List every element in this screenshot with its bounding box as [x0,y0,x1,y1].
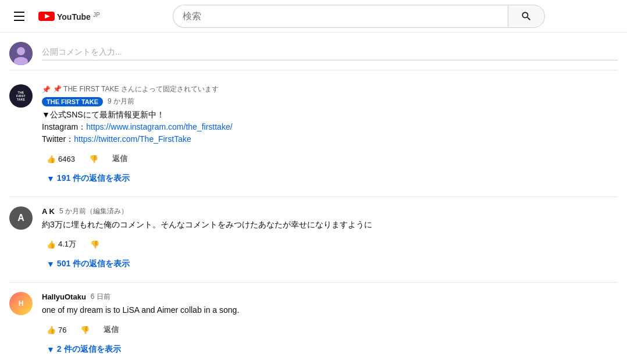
thumbs-down-icon: 👎 [89,155,98,163]
comment-line-2: Instagram：https://www.instagram.com/the_… [42,121,618,133]
comment-body-hallyu: HallyuOtaku 6 日前 one of my dream is to L… [42,292,618,358]
thumbs-up-icon: 👍 [47,155,56,163]
like-count: 6463 [58,155,75,163]
user-avatar [9,42,33,65]
header-left: YouTube JP [9,7,100,26]
comments-section: THEFiRSTTAKE 📌 📌 THE FIRST TAKE さんによって固定… [9,70,618,364]
dislike-button[interactable]: 👎 [84,151,103,167]
replies-toggle[interactable]: ▼ 191 件の返信を表示 [42,170,134,187]
svg-text:YouTube: YouTube [57,12,91,22]
hamburger-menu[interactable] [9,7,29,26]
dislike-button[interactable]: 👎 [76,322,94,338]
like-button[interactable]: 👍 76 [42,322,71,338]
comment-time: 9 か月前 [108,97,134,106]
chevron-down-icon: ▼ [47,174,55,183]
replies-label: 501 件の返信を表示 [57,259,130,269]
replies-toggle-hallyu[interactable]: ▼ 2 件の返信を表示 [42,341,126,358]
avatar-ak: A [9,206,33,230]
thumbs-down-icon: 👎 [90,240,99,249]
comment-header-ak: A K 5 か月前（編集済み） [42,206,618,216]
thumbs-up-icon: 👍 [47,240,56,249]
replies-toggle-ak[interactable]: ▼ 501 件の返信を表示 [42,255,134,273]
pinned-text: 📌 THE FIRST TAKE さんによって固定されています [53,84,219,94]
comment-time: 5 か月前（編集済み） [59,206,128,216]
comment-actions-hallyu: 👍 76 👎 返信 [42,321,618,338]
region-label: JP [93,12,100,18]
comment-body-tft: 📌 📌 THE FIRST TAKE さんによって固定されています THE FI… [42,84,618,187]
comment-text-ak: 約3万に埋もれた俺のコメント。そんなコメントをみつけたあなたが幸せになりますよう… [42,219,618,231]
comment-line-1: ▼公式SNSにて最新情報更新中！ [42,109,618,121]
pin-icon: 📌 [42,85,51,94]
reply-button[interactable]: 返信 [108,150,132,167]
like-count: 76 [58,326,66,334]
tft-logo-text: THEFiRSTTAKE [16,91,26,101]
pinned-indicator: 📌 📌 THE FIRST TAKE さんによって固定されています [42,84,618,94]
comment-row: THEFiRSTTAKE 📌 📌 THE FIRST TAKE さんによって固定… [9,75,618,197]
comment-row-ak: A A K 5 か月前（編集済み） 約3万に埋もれた俺のコメント。そんなコメント… [9,197,618,282]
twitter-link[interactable]: https://twitter.com/The_FirstTake [74,134,191,144]
replies-label: 191 件の返信を表示 [57,173,130,184]
search-bar [173,5,545,28]
like-button[interactable]: 👍 4.1万 [42,235,81,253]
avatar-tft: THEFiRSTTAKE [9,84,33,108]
comment-author: A K [42,207,55,216]
comment-header: THE FIRST TAKE 9 か月前 [42,97,618,106]
comment-actions: 👍 6463 👎 返信 [42,150,618,167]
comment-row-hallyu: H HallyuOtaku 6 日前 one of my dream is to… [9,283,618,364]
comment-time: 6 日前 [91,292,111,302]
channel-badge: THE FIRST TAKE [42,97,103,106]
main-content: 公開コメントを入力... THEFiRSTTAKE 📌 📌 THE FIRST … [0,33,627,364]
search-button[interactable] [508,5,545,28]
chevron-down-icon: ▼ [47,259,55,269]
replies-label: 2 件の返信を表示 [57,344,121,355]
like-count: 4.1万 [58,239,76,249]
search-input[interactable] [173,5,508,28]
instagram-link[interactable]: https://www.instagram.com/the_firsttake/ [86,122,232,131]
dislike-button[interactable]: 👎 [86,237,104,252]
comment-text-hallyu: one of my dream is to LiSA and Aimer col… [42,304,618,316]
like-button[interactable]: 👍 6463 [42,151,80,167]
comment-body-ak: A K 5 か月前（編集済み） 約3万に埋もれた俺のコメント。そんなコメントをみ… [42,206,618,273]
svg-point-4 [17,47,25,55]
comment-line-3: Twitter：https://twitter.com/The_FirstTak… [42,133,618,145]
header: YouTube JP [0,0,627,33]
youtube-logo[interactable]: YouTube JP [38,10,100,22]
comment-author: HallyuOtaku [42,292,86,301]
thumbs-down-icon: 👎 [80,326,90,334]
comment-text-tft: ▼公式SNSにて最新情報更新中！ Instagram：https://www.i… [42,109,618,145]
comment-header-hallyu: HallyuOtaku 6 日前 [42,292,618,302]
avatar-hallyu: H [9,292,33,315]
reply-button[interactable]: 返信 [99,321,123,338]
comment-actions-ak: 👍 4.1万 👎 [42,235,618,253]
thumbs-up-icon: 👍 [47,326,56,334]
comment-placeholder[interactable]: 公開コメントを入力... [42,47,618,60]
chevron-down-icon: ▼ [47,345,55,354]
comment-input-row: 公開コメントを入力... [9,33,618,70]
